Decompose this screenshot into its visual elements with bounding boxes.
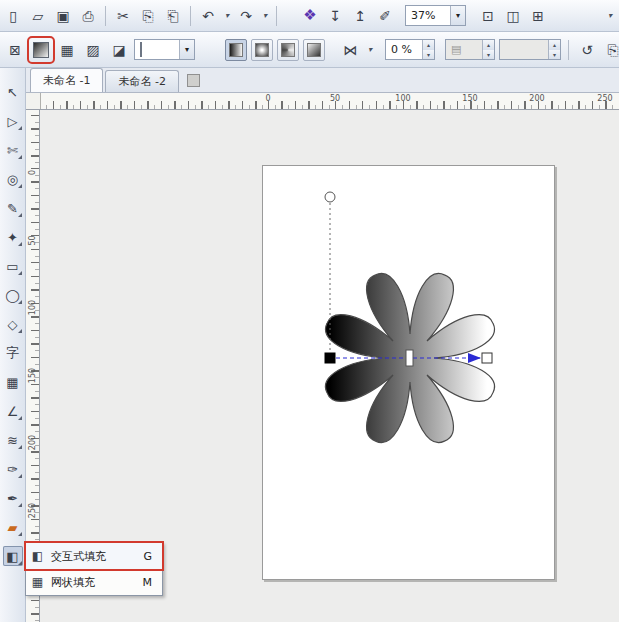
pattern-fill-icon: ▦ xyxy=(60,43,73,57)
ruler-label: 100 xyxy=(395,94,410,103)
document-tab-bar: 未命名 -1 未命名 -2 xyxy=(26,68,619,93)
eyedropper-tool[interactable]: ✑ xyxy=(3,459,23,479)
step-down-icon[interactable]: ▾ xyxy=(549,50,560,60)
undo-dropdown-button[interactable]: ▾ xyxy=(222,5,232,27)
fountain-conical-button[interactable] xyxy=(277,39,299,61)
snap-options-icon: ⊡ xyxy=(482,9,494,23)
polygon-tool[interactable]: ◇ xyxy=(3,314,23,334)
outline-pen-tool[interactable]: ✒ xyxy=(3,488,23,508)
toolbar-separator xyxy=(568,40,569,60)
fountain-steps-icon: ▤ xyxy=(446,40,482,59)
menu-item-icon: ◧ xyxy=(30,549,45,564)
step-down-icon[interactable]: ▾ xyxy=(483,50,494,60)
print-button[interactable]: ⎙ xyxy=(77,5,99,27)
undo-button[interactable]: ↶ xyxy=(197,5,219,27)
tab-untitled-2[interactable]: 未命名 -2 xyxy=(105,70,178,92)
save-button[interactable]: ▣ xyxy=(52,5,74,27)
freehand-tool[interactable]: ✎ xyxy=(3,198,23,218)
rectangle-tool[interactable]: ▭ xyxy=(3,256,23,276)
horizontal-ruler[interactable]: 050100150200250 xyxy=(26,93,619,110)
fill-midpoint-slider[interactable] xyxy=(406,350,413,366)
fill-tool[interactable]: ▰ xyxy=(3,517,23,537)
fill-mixer-dropdown[interactable]: ▾ xyxy=(365,39,375,61)
menu-item-mesh-fill[interactable]: ▦ 网状填充 M xyxy=(26,569,162,595)
text-tool[interactable]: 字 xyxy=(3,343,23,363)
paste-icon: ⎗ xyxy=(167,9,178,23)
chevron-down-icon[interactable]: ▾ xyxy=(179,40,194,59)
dimension-tool[interactable]: ∠ xyxy=(3,401,23,421)
view-manager-button[interactable]: ⊞ xyxy=(527,5,549,27)
pattern-fill-button[interactable]: ▦ xyxy=(56,39,78,61)
tab-untitled-1[interactable]: 未命名 -1 xyxy=(30,68,103,92)
step-up-icon[interactable]: ▴ xyxy=(483,40,494,50)
toolbox: ↖ ▷ ✄ ◎ ✎ ✦ ▭ ◯ ◇ 字 ▦ ∠ ≋ ✑ ✒ ▰ ◧ xyxy=(0,68,26,622)
zoom-level-value: 37% xyxy=(406,9,450,22)
ruler-label: 0 xyxy=(28,164,37,182)
property-bar: ⊠ ▦ ▨ ◪ ▾ ⋈ ▾ 0 % ▴ ▾ ▤ ▴ ▾ ▴ ▾ ↺ ⎘ xyxy=(0,32,619,68)
fountain-steps-spinner[interactable]: ▤ ▴ ▾ xyxy=(445,39,495,60)
shape-tool[interactable]: ▷ xyxy=(3,111,23,131)
fill-direction-arrow-icon[interactable] xyxy=(468,353,481,363)
blend-tool[interactable]: ≋ xyxy=(3,430,23,450)
fountain-linear-button[interactable] xyxy=(225,39,247,61)
interactive-fill-tool[interactable]: ◧ xyxy=(3,546,23,566)
new-document-button[interactable]: ▯ xyxy=(2,5,24,27)
fill-picker-combo[interactable]: ▾ xyxy=(134,39,195,60)
postscript-fill-button[interactable]: ◪ xyxy=(108,39,130,61)
chevron-down-icon: ▾ xyxy=(368,45,372,54)
chevron-down-icon: ▾ xyxy=(263,11,267,20)
tab-strip-button[interactable] xyxy=(187,74,200,87)
copy-fill-button[interactable]: ⎘ xyxy=(602,39,619,61)
ruler-label: 200 xyxy=(529,94,544,103)
pick-tool[interactable]: ↖ xyxy=(3,82,23,102)
zoom-level-combo[interactable]: 37% ▾ xyxy=(405,5,466,26)
export-button[interactable]: ↥ xyxy=(349,5,371,27)
cut-button[interactable]: ✂ xyxy=(112,5,134,27)
fill-mixer-button[interactable]: ⋈ xyxy=(339,39,361,61)
fill-midpoint-spinner[interactable]: 0 % ▴ ▾ xyxy=(385,39,435,60)
edit-fill-icon: ⊠ xyxy=(9,43,21,57)
tool-options-button[interactable]: ✐ xyxy=(374,5,396,27)
redo-icon: ↷ xyxy=(240,9,252,23)
crop-tool[interactable]: ✄ xyxy=(3,140,23,160)
fill-start-handle[interactable] xyxy=(325,353,335,363)
ruler-label: 50 xyxy=(28,232,37,250)
zoom-tool[interactable]: ◎ xyxy=(3,169,23,189)
fill-end-handle[interactable] xyxy=(482,353,492,363)
fill-mixer-icon: ⋈ xyxy=(343,43,357,57)
import-button[interactable]: ↧ xyxy=(324,5,346,27)
ruler-label: 250 xyxy=(597,94,612,103)
texture-fill-button[interactable]: ▨ xyxy=(82,39,104,61)
smart-fill-tool[interactable]: ✦ xyxy=(3,227,23,247)
table-tool[interactable]: ▦ xyxy=(3,372,23,392)
ellipse-tool[interactable]: ◯ xyxy=(3,285,23,305)
edit-fill-button[interactable]: ⊠ xyxy=(4,39,26,61)
fountain-radial-button[interactable] xyxy=(251,39,273,61)
fountain-square-button[interactable] xyxy=(303,39,325,61)
step-up-icon[interactable]: ▴ xyxy=(549,40,560,50)
window-layout-button[interactable]: ◫ xyxy=(502,5,524,27)
toolbar-separator xyxy=(276,6,277,26)
paste-button[interactable]: ⎗ xyxy=(162,5,184,27)
redo-button[interactable]: ↷ xyxy=(235,5,257,27)
smooth-fill-button[interactable]: ↺ xyxy=(576,39,598,61)
menu-item-interactive-fill[interactable]: ◧ 交互式填充 G xyxy=(26,543,162,569)
toolbar-overflow-button[interactable]: ▾ xyxy=(605,5,615,27)
fountain-fill-button[interactable] xyxy=(30,39,52,61)
ruler-label: 150 xyxy=(462,94,477,103)
open-folder-icon: ▱ xyxy=(33,9,44,23)
ruler-corner xyxy=(26,93,41,109)
snap-options-button[interactable]: ⊡ xyxy=(477,5,499,27)
ruler-label: 150 xyxy=(28,367,37,385)
step-up-icon[interactable]: ▴ xyxy=(423,40,434,50)
chevron-down-icon[interactable]: ▾ xyxy=(450,6,465,25)
fill-node-handle[interactable] xyxy=(325,192,335,202)
redo-dropdown-button[interactable]: ▾ xyxy=(260,5,270,27)
step-down-icon[interactable]: ▾ xyxy=(423,50,434,60)
open-button[interactable]: ▱ xyxy=(27,5,49,27)
copy-button[interactable]: ⎘ xyxy=(137,5,159,27)
scissors-icon: ✂ xyxy=(117,9,129,23)
fountain-angle-spinner[interactable]: ▴ ▾ xyxy=(499,39,561,60)
save-icon: ▣ xyxy=(56,9,69,23)
application-launcher-button[interactable]: ❖ xyxy=(299,5,321,27)
